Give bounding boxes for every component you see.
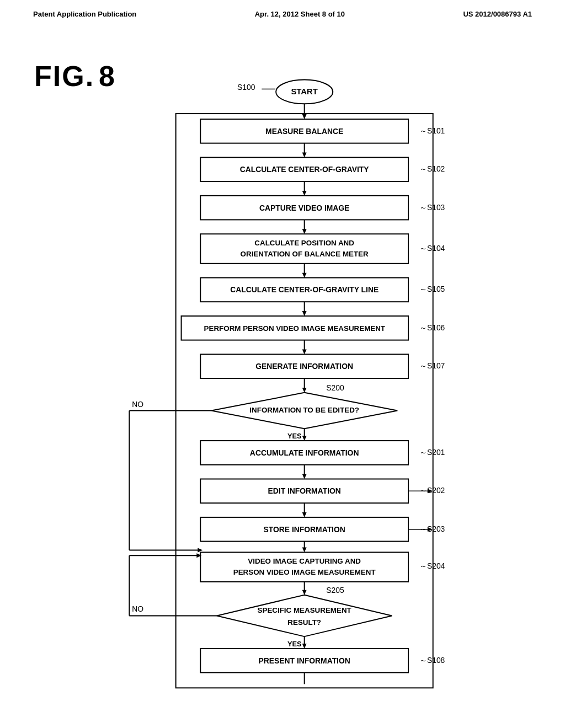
step-ref-s100: S100	[237, 83, 255, 92]
yes-label-2: YES	[287, 640, 302, 648]
step-s200-text: INFORMATION TO BE EDITED?	[249, 406, 359, 415]
svg-marker-24	[302, 388, 307, 393]
step-s104-text2: ORIENTATION OF BALANCE METER	[241, 250, 369, 258]
svg-marker-3	[302, 114, 307, 119]
step-s102-text: CALCULATE CENTER-OF-GRAVITY	[240, 165, 370, 174]
step-ref-s204: ～S204	[419, 561, 445, 570]
step-ref-s105: ～S105	[419, 285, 445, 293]
svg-marker-34	[302, 474, 307, 479]
step-ref-s108: ～S108	[419, 656, 445, 665]
flowchart-svg: START S100 MEASURE BALANCE ～S101 CALCULA…	[34, 52, 531, 709]
step-s201-text: ACCUMULATE INFORMATION	[250, 448, 359, 457]
step-s106-text: PERFORM PERSON VIDEO IMAGE MEASUREMENT	[204, 324, 386, 333]
step-s107-text: GENERATE INFORMATION	[255, 362, 353, 371]
step-s108-text: PRESENT INFORMATION	[259, 656, 350, 665]
header-right: US 2012/0086793 A1	[463, 10, 532, 18]
svg-marker-12	[302, 229, 307, 234]
svg-marker-44	[302, 547, 307, 552]
svg-marker-6	[302, 152, 307, 157]
svg-marker-37	[302, 512, 307, 517]
step-ref-s201: ～S201	[419, 448, 445, 457]
step-s105-text: CALCULATE CENTER-OF-GRAVITY LINE	[230, 285, 379, 294]
header-center: Apr. 12, 2012 Sheet 8 of 10	[255, 10, 345, 18]
step-ref-s200: S200	[326, 383, 344, 392]
step-ref-s107: ～S107	[419, 361, 445, 370]
step-ref-s104: ～S104	[419, 244, 445, 253]
step-s203-text: STORE INFORMATION	[264, 525, 345, 534]
svg-marker-18	[302, 311, 307, 316]
step-s205-text1: SPECIFIC MEASUREMENT	[258, 606, 352, 614]
svg-marker-54	[302, 644, 307, 649]
step-s103-text: CAPTURE VIDEO IMAGE	[259, 204, 349, 212]
step-s205-text2: RESULT?	[287, 618, 321, 627]
step-ref-s103: ～S103	[419, 203, 445, 212]
header-left: Patent Application Publication	[33, 10, 136, 18]
step-ref-s203: ～S203	[419, 524, 445, 533]
flowchart-container: START S100 MEASURE BALANCE ～S101 CALCULA…	[34, 52, 531, 709]
step-s202-text: EDIT INFORMATION	[268, 486, 341, 495]
step-s101-text: MEASURE BALANCE	[265, 127, 343, 136]
step-ref-s205: S205	[326, 586, 344, 595]
step-ref-s101: ～S101	[419, 126, 445, 135]
yes-label-1: YES	[287, 432, 302, 440]
svg-marker-48	[217, 595, 392, 636]
no-label-2: NO	[132, 604, 143, 613]
no-label-1: NO	[132, 400, 143, 409]
page-header: Patent Application Publication Apr. 12, …	[0, 0, 565, 24]
svg-marker-9	[302, 191, 307, 196]
step-s204-text2: PERSON VIDEO IMAGE MEASUREMENT	[233, 568, 376, 576]
step-s204-text1: VIDEO IMAGE CAPTURING AND	[248, 557, 361, 565]
svg-marker-21	[302, 349, 307, 354]
svg-marker-15	[302, 273, 307, 278]
step-ref-s102: ～S102	[419, 164, 445, 173]
svg-marker-47	[302, 590, 307, 595]
step-s104-text1: CALCULATE POSITION AND	[254, 239, 354, 247]
step-ref-s106: ～S106	[419, 323, 445, 332]
step-ref-s202: ～S202	[419, 486, 445, 495]
svg-marker-29	[198, 548, 202, 552]
svg-marker-31	[302, 436, 307, 441]
start-label: START	[291, 87, 317, 96]
